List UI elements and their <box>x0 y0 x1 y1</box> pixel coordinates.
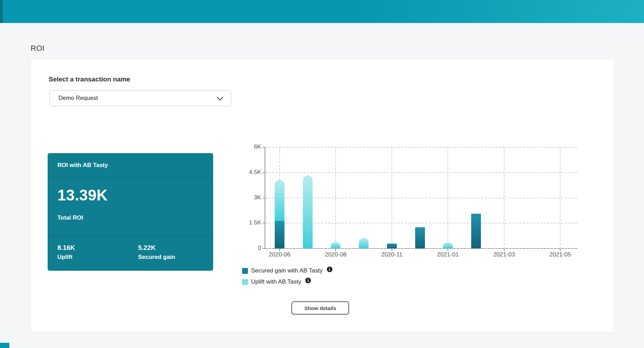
transaction-select[interactable]: Demo Request <box>49 90 231 106</box>
gridline-vertical <box>335 147 336 248</box>
kpi-stat-value: 8.16K <box>57 244 75 252</box>
kpi-stat-secured-gain: 5.22K Secured gain <box>138 244 175 261</box>
info-icon[interactable]: i <box>327 267 332 272</box>
chart-bar-secured-gain[interactable] <box>275 221 284 248</box>
legend-label: Uplift with AB Tasty <box>251 278 301 285</box>
kpi-stat-label: Secured gain <box>138 254 175 261</box>
chart-bar-uplift[interactable] <box>303 175 313 248</box>
chart-bar-secured-gain[interactable] <box>415 227 425 248</box>
y-tick-mark <box>263 248 265 249</box>
y-tick-label: 1.5K <box>237 219 261 226</box>
chart-bar-secured-gain[interactable] <box>387 244 397 248</box>
x-tick-mark <box>504 249 505 251</box>
y-tick-label: 6K <box>237 143 261 150</box>
y-tick-label: 4.5K <box>237 169 261 176</box>
x-tick-mark <box>279 249 280 251</box>
transaction-select-label: Select a transaction name <box>49 76 130 83</box>
legend-label: Secured gain with AB Tasty <box>251 267 323 274</box>
x-tick-mark <box>392 249 392 251</box>
show-details-button[interactable]: Show details <box>291 301 349 315</box>
header-left-edge <box>0 0 3 23</box>
kpi-total-value: 13.39K <box>57 187 108 204</box>
chart-bar-uplift[interactable] <box>359 238 369 248</box>
roi-panel: Select a transaction name Demo Request R… <box>31 60 613 332</box>
kpi-stat-value: 5.22K <box>138 244 175 252</box>
legend-swatch-uplift <box>242 279 248 285</box>
x-tick-mark <box>335 249 336 251</box>
kpi-stat-uplift: 8.16K Uplift <box>57 244 75 261</box>
x-tick-label: 2020-08 <box>316 251 355 258</box>
y-tick-mark <box>263 198 265 198</box>
bottom-left-accent <box>0 343 9 348</box>
x-tick-label: 2021-03 <box>485 251 523 258</box>
y-tick-label: 3K <box>237 194 261 201</box>
chevron-down-icon <box>217 94 223 100</box>
kpi-stat-label: Uplift <box>57 254 75 261</box>
gridline-vertical <box>504 147 505 248</box>
legend-item-uplift[interactable]: Uplift with AB Tasty i <box>242 278 311 285</box>
gridline-vertical <box>448 147 448 248</box>
y-tick-label: 0 <box>237 245 261 252</box>
roi-kpi-card: ROI with AB Tasty 13.39K Total ROI 8.16K… <box>48 153 213 271</box>
gridline-horizontal <box>265 147 577 148</box>
x-tick-label: 2020-06 <box>260 251 299 258</box>
chart-bar-uplift[interactable] <box>443 242 453 248</box>
page-title: ROI <box>31 44 45 53</box>
kpi-card-title: ROI with AB Tasty <box>48 153 213 177</box>
roi-bar-chart <box>265 147 577 248</box>
x-tick-label: 2021-01 <box>429 251 467 258</box>
kpi-footer: 8.16K Uplift 5.22K Secured gain <box>48 236 213 271</box>
y-tick-mark <box>263 172 265 173</box>
x-tick-mark <box>560 249 561 251</box>
gridline-vertical <box>560 147 561 248</box>
app-header-bar <box>0 0 644 23</box>
x-tick-label: 2020-11 <box>373 251 411 258</box>
x-tick-label: 2021-05 <box>541 251 579 258</box>
y-tick-mark <box>263 147 265 148</box>
chart-bar-secured-gain[interactable] <box>471 214 481 248</box>
info-icon[interactable]: i <box>305 278 311 283</box>
x-tick-mark <box>448 249 448 251</box>
gridline-horizontal <box>265 172 577 173</box>
legend-swatch-secured-gain <box>242 268 248 274</box>
gridline-vertical <box>392 147 392 248</box>
chart-bar-uplift[interactable] <box>275 180 284 221</box>
y-tick-mark <box>263 223 265 223</box>
chart-bar-uplift[interactable] <box>331 242 340 248</box>
kpi-total-label: Total ROI <box>57 214 83 221</box>
legend-item-secured-gain[interactable]: Secured gain with AB Tasty i <box>242 267 332 274</box>
transaction-select-value: Demo Request <box>58 95 218 102</box>
